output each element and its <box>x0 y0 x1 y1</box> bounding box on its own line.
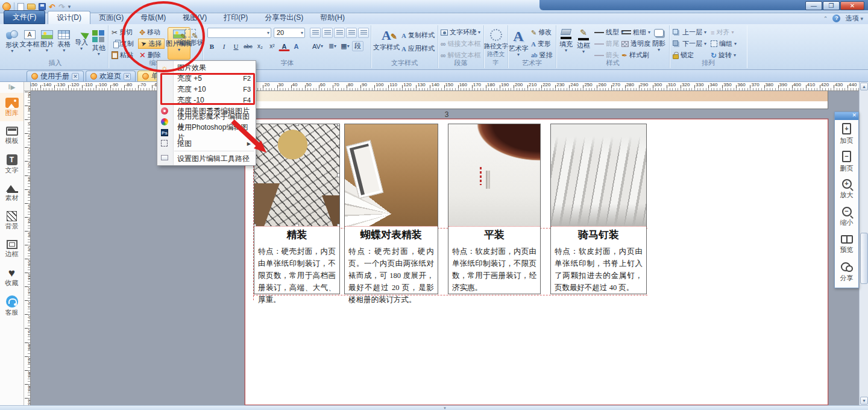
subscript-button[interactable]: x₂ <box>254 41 266 51</box>
document-page[interactable]: 精装特点：硬壳封面，内页由单张纸印制装订，不限页数，常用于高档画册装订，高端、大… <box>245 119 828 405</box>
minimize-button[interactable]: — <box>805 1 822 10</box>
open-file-icon[interactable] <box>27 4 36 10</box>
insert-import-button[interactable]: 导入▾ <box>73 28 90 61</box>
doc-tab-0[interactable]: 使用手册✕ <box>27 71 84 81</box>
group-button[interactable]: 编组▾ <box>711 39 737 49</box>
help-icon[interactable]: ? <box>832 14 840 22</box>
binding-card-2[interactable]: 平装特点：软皮封面，内页由单张纸印制装订，不限页数，常用于画册装订，经济实惠。 <box>448 124 541 294</box>
menu-tab-6[interactable]: 分享导出(S) <box>256 11 312 24</box>
close-button[interactable]: ✕ <box>840 1 864 10</box>
panel-item-preview[interactable]: 预览 <box>835 231 858 259</box>
scroll-up-icon[interactable]: ▲ <box>860 83 868 90</box>
insert-shape-button[interactable]: 形状▾ <box>4 28 21 61</box>
wordart-modify-button[interactable]: ✎修改 <box>531 27 552 37</box>
vertical-scrollbar[interactable]: ▲ ▼ <box>859 82 868 405</box>
canvas-workspace[interactable]: 3 精装特点：硬壳封面，内页由单张纸印制装订，不限页数，常用于高档画册装订，高端… <box>31 91 859 405</box>
selection-handle[interactable] <box>254 173 256 177</box>
sidebar-item-template[interactable]: 模板 <box>0 121 24 150</box>
fill-button[interactable]: 填充 ▾ <box>558 27 574 60</box>
sidebar-item-background[interactable]: 背景 <box>0 206 24 235</box>
selection-handle[interactable] <box>295 224 299 226</box>
strikethrough-button[interactable]: abc <box>242 41 254 51</box>
align-distribute-button[interactable] <box>358 28 369 38</box>
close-tab-icon[interactable]: ✕ <box>72 73 79 80</box>
close-icon[interactable]: ✕ <box>852 112 857 118</box>
thickness-button[interactable]: 粗细▾ <box>621 27 650 37</box>
insert-other-button[interactable]: 其他▾ <box>90 28 107 61</box>
doc-tab-1[interactable]: 欢迎页✕ <box>86 71 136 81</box>
selection-handle[interactable] <box>295 124 299 126</box>
undo-icon[interactable]: ↶ <box>49 3 55 11</box>
copy-button[interactable]: 复制 <box>112 39 134 49</box>
wordart-transform-button[interactable]: A变形 <box>531 39 551 49</box>
menu-item-7[interactable]: 抠图▶ <box>157 138 256 149</box>
sidebar-collapse-icon[interactable]: ‖▶ <box>0 82 24 93</box>
bottom-scrollbar-strip[interactable]: ▼ <box>0 405 868 410</box>
card-image-2[interactable] <box>448 124 540 226</box>
copy-style-button[interactable]: A复制样式 <box>401 30 435 40</box>
insert-picture-button[interactable]: 图片▾ <box>38 28 55 61</box>
sidebar-item-gallery[interactable]: 图库 <box>0 93 24 121</box>
text-grid-button[interactable]: ▦▾ <box>339 41 351 51</box>
bring-forward-button[interactable]: 上一层▾ <box>673 27 706 37</box>
close-tab-icon[interactable]: ✕ <box>124 73 131 80</box>
sidebar-item-favorite[interactable]: ♥收藏 <box>0 263 24 291</box>
bold-button[interactable]: B <box>206 41 218 51</box>
options-button[interactable]: 选项 ▾ <box>845 14 863 23</box>
line-type-button[interactable]: 线型▾ <box>594 27 623 37</box>
scrollbar-thumb[interactable] <box>860 233 868 284</box>
selection-handle[interactable] <box>337 224 339 226</box>
text-wrap-button[interactable]: 文字环绕▾ <box>441 27 480 37</box>
char-spacing-button[interactable]: AV▾ <box>310 41 326 51</box>
sidebar-item-frame[interactable]: 边框 <box>0 235 24 263</box>
menu-tab-1[interactable]: 设计(D) <box>48 11 90 24</box>
new-document-icon[interactable] <box>17 3 24 11</box>
menu-tab-2[interactable]: 页面(G) <box>90 11 132 24</box>
character-style-button[interactable]: A <box>291 41 302 51</box>
apply-style-button[interactable]: A应用样式 <box>401 43 435 54</box>
select-button[interactable]: ➤选择 <box>138 39 165 49</box>
sidebar-item-material[interactable]: 素材 <box>0 178 24 206</box>
selection-handle[interactable] <box>254 224 256 226</box>
panel-item-share[interactable]: 分享 <box>835 259 858 286</box>
menu-item-8[interactable]: 设置图片编辑工具路径 <box>157 153 256 164</box>
collapse-ribbon-icon[interactable]: ⌃ <box>823 16 828 22</box>
wordart-button[interactable]: A 艺术字 ▾ <box>508 27 529 60</box>
italic-button[interactable]: I <box>218 41 230 51</box>
menu-item-6[interactable]: Ps使用Photoshop编辑图片 <box>157 127 256 138</box>
menu-tab-5[interactable]: 打印(P) <box>215 11 256 24</box>
selection-handle[interactable] <box>337 124 339 126</box>
superscript-button[interactable]: x² <box>266 41 278 51</box>
opacity-button[interactable]: 透明度 <box>621 39 650 49</box>
border-button[interactable]: ✎ 边框 ▾ <box>575 27 592 60</box>
shape-edit-button[interactable]: 编辑形状 <box>179 27 202 60</box>
maximize-button[interactable]: ❐ <box>823 1 840 10</box>
sidebar-item-service[interactable]: 客服 <box>0 291 24 320</box>
menu-item-0[interactable]: ☼图片效果 <box>157 62 256 73</box>
align-left-button[interactable] <box>310 28 321 38</box>
menu-item-2[interactable]: 亮度 +10F3 <box>157 84 256 95</box>
binding-card-1[interactable]: 蝴蝶对表精装特点：硬壳封面，硬内页。一个内页由两张纸对裱而成，可 180 度展开… <box>344 124 438 294</box>
underline-button[interactable]: U <box>230 41 242 51</box>
send-backward-button[interactable]: 下一层▾ <box>673 39 706 49</box>
align-justify-button[interactable] <box>346 28 357 38</box>
font-size-combobox[interactable]: 20▾ <box>274 28 305 38</box>
binding-card-3[interactable]: 骑马钉装特点：软皮封面，内页由单张纸印制，书脊上钉入了两颗扣进去的金属钉，页数最… <box>550 124 647 294</box>
save-icon[interactable] <box>39 3 46 10</box>
insert-table-button[interactable]: 表格▾ <box>55 28 73 61</box>
font-color-button[interactable]: A <box>278 43 290 51</box>
menu-item-1[interactable]: 亮度 +5F2 <box>157 73 256 84</box>
panel-item-zoom-out[interactable]: 缩小 <box>835 203 858 231</box>
selection-handle[interactable] <box>337 173 339 177</box>
panel-item-page-del[interactable]: 删页 <box>835 148 858 175</box>
align-center-button[interactable] <box>322 28 333 38</box>
font-family-combobox[interactable]: ▾ <box>207 28 271 38</box>
menu-item-3[interactable]: 亮度 -10F4 <box>157 95 256 106</box>
paragraph-settings-button[interactable]: 段 <box>352 41 363 51</box>
menu-tab-4[interactable]: 视图(V) <box>174 11 215 24</box>
panel-item-zoom-in[interactable]: 放大 <box>835 175 858 203</box>
panel-item-page-add[interactable]: 加页 <box>835 120 858 148</box>
align-right-button[interactable] <box>334 28 345 38</box>
move-button[interactable]: ✥移动 <box>139 27 160 37</box>
binding-card-0[interactable]: 精装特点：硬壳封面，内页由单张纸印制装订，不限页数，常用于高档画册装订，高端、大… <box>254 124 340 294</box>
